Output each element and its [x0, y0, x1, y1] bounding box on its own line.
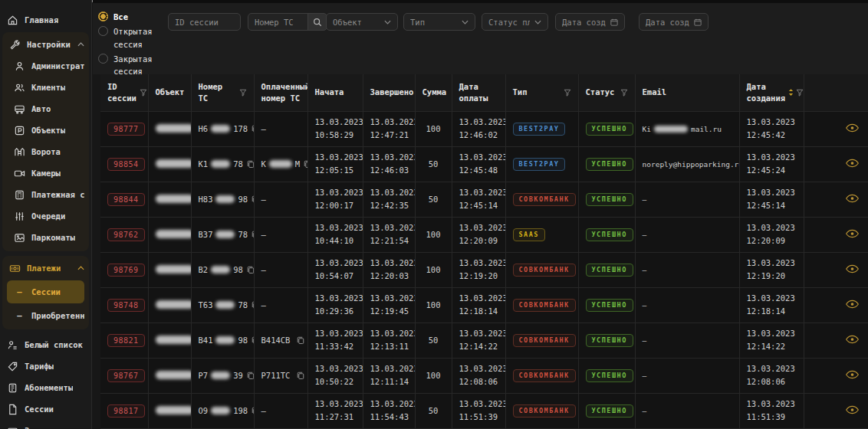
- copy-icon[interactable]: [251, 230, 254, 239]
- subscription-icon: [7, 382, 18, 394]
- copy-icon[interactable]: [303, 159, 307, 169]
- sidebar-item-payments[interactable]: Платежи: [2, 257, 89, 279]
- header-created[interactable]: Дата создания: [739, 74, 804, 111]
- sidebar-item-home[interactable]: Главная: [0, 9, 91, 31]
- redacted-plate: [215, 301, 235, 309]
- header-type[interactable]: Тип: [505, 74, 578, 111]
- redacted-object: [156, 195, 192, 203]
- amount: 100: [426, 230, 441, 239]
- filter-icon[interactable]: [140, 89, 147, 97]
- paid-datetime: 13.03.202312:18:14: [459, 292, 498, 318]
- sidebar-item-sessions[interactable]: Сессии: [0, 398, 91, 420]
- paid-datetime: 13.03.202312:45:14: [459, 186, 498, 212]
- finished-datetime: 13.03.202312:20:03: [370, 257, 408, 283]
- sidebar-item-purchased[interactable]: — Приобретенны…: [2, 305, 89, 326]
- copy-icon[interactable]: [246, 371, 254, 380]
- radio-selected-icon: [98, 11, 108, 21]
- filter-icon[interactable]: [796, 89, 804, 97]
- sidebar-item-whitelist[interactable]: Белый список: [0, 334, 91, 355]
- header-finished: Завершено: [363, 74, 415, 111]
- view-details-eye-icon[interactable]: [846, 370, 859, 379]
- header-object: Объект: [148, 74, 191, 111]
- view-details-eye-icon[interactable]: [846, 123, 859, 133]
- date-to-picker[interactable]: Дата создани…: [639, 13, 709, 31]
- copy-icon[interactable]: [296, 336, 305, 345]
- status-badge: УСПЕШНО: [586, 228, 633, 241]
- dash-icon: —: [14, 310, 25, 322]
- copy-icon[interactable]: [246, 159, 254, 169]
- view-details-eye-icon[interactable]: [846, 159, 859, 168]
- amount: 50: [429, 159, 439, 169]
- sidebar-item-objects[interactable]: Объекты: [2, 120, 89, 141]
- created-datetime: 13.03.202312:20:09: [747, 221, 797, 247]
- car-icon: [14, 103, 25, 115]
- date-from-picker[interactable]: Дата создани…: [555, 13, 625, 31]
- session-id-badge: 98821: [107, 334, 145, 347]
- document-icon: [7, 404, 18, 415]
- sidebar-item-payment-sessions[interactable]: — Сессии: [7, 280, 84, 303]
- sidebar-item-administrators[interactable]: Администрато…: [2, 55, 89, 77]
- copy-icon[interactable]: [296, 371, 305, 380]
- redacted-plate: [215, 231, 235, 238]
- type-select[interactable]: Тип: [403, 13, 475, 31]
- chevron-down-icon: [384, 20, 391, 25]
- radio-all[interactable]: Все: [98, 11, 164, 23]
- redacted-object: [156, 300, 192, 309]
- sidebar-item-clients[interactable]: Клиенты: [2, 77, 89, 98]
- parking-icon: [14, 125, 25, 136]
- status-badge: УСПЕШНО: [586, 264, 633, 277]
- view-details-eye-icon[interactable]: [846, 335, 859, 344]
- payment-status-select[interactable]: Статус плате…: [482, 13, 548, 31]
- payment-type-badge: СОВКОМБАНК: [513, 193, 576, 206]
- status-badge: УСПЕШНО: [586, 369, 633, 382]
- sidebar-item-subscriptions[interactable]: Абонементы: [0, 377, 91, 398]
- copy-icon[interactable]: [251, 406, 254, 415]
- header-session-id[interactable]: ID сессии: [100, 74, 148, 111]
- sort-icon[interactable]: [788, 88, 794, 97]
- sidebar-item-payment-system[interactable]: Платежная си…: [2, 184, 89, 205]
- view-details-eye-icon[interactable]: [846, 405, 859, 414]
- payment-terminal-icon: [14, 189, 25, 201]
- filter-icon[interactable]: [239, 89, 247, 97]
- sidebar-item-records[interactable]: Записи: [0, 420, 91, 429]
- copy-icon[interactable]: [251, 300, 254, 309]
- radio-open-session[interactable]: Открытая сессия: [98, 25, 164, 51]
- created-datetime: 13.03.202312:14:22: [747, 327, 797, 353]
- sidebar-item-gates[interactable]: Ворота: [2, 141, 89, 162]
- session-id-badge: 98762: [107, 228, 145, 241]
- amount: 100: [426, 265, 441, 274]
- copy-icon[interactable]: [246, 265, 254, 274]
- session-state-radio-group: Все Открытая сессия Закрытая сессия: [98, 11, 164, 77]
- sidebar-item-cameras[interactable]: Камеры: [2, 162, 89, 184]
- copy-icon[interactable]: [251, 195, 254, 204]
- started-datetime: 13.03.202312:05:15: [315, 151, 356, 177]
- sidebar-item-queues[interactable]: Очереди: [2, 205, 89, 227]
- paid-datetime: 13.03.202312:45:48: [459, 151, 498, 177]
- sidebar-item-tariffs[interactable]: Тарифы: [0, 355, 91, 377]
- sidebar-item-cars[interactable]: Авто: [2, 98, 89, 120]
- session-id-input[interactable]: [175, 18, 234, 27]
- amount: 50: [429, 195, 439, 204]
- created-datetime: 13.03.202312:19:20: [747, 257, 797, 283]
- sidebar-item-settings[interactable]: Настройки: [2, 34, 89, 55]
- chevron-up-icon: [77, 266, 84, 270]
- paid-datetime: 13.03.202311:51:39: [459, 398, 498, 424]
- view-details-eye-icon[interactable]: [846, 194, 859, 203]
- view-details-eye-icon[interactable]: [846, 264, 859, 273]
- copy-icon[interactable]: [251, 336, 254, 345]
- object-select[interactable]: Объект: [326, 13, 398, 31]
- search-icon[interactable]: [307, 13, 327, 31]
- paid-datetime: 13.03.202312:08:06: [459, 362, 498, 388]
- filter-icon[interactable]: [620, 89, 628, 97]
- header-status[interactable]: Статус: [578, 74, 635, 111]
- table-row: 98769 1 B298 – 13.03.202310:54:07 13.03.…: [100, 252, 868, 287]
- view-details-eye-icon[interactable]: [846, 300, 859, 309]
- plate-input[interactable]: [255, 18, 303, 27]
- sidebar-item-parkomats[interactable]: Паркоматы: [2, 227, 89, 248]
- table-row: 98844 1 H8398 – 13.03.202312:00:17 13.03…: [100, 182, 868, 217]
- header-plate[interactable]: Номер ТС: [191, 74, 254, 111]
- paid-datetime: 13.03.202312:46:02: [459, 116, 498, 142]
- view-details-eye-icon[interactable]: [846, 229, 859, 238]
- copy-icon[interactable]: [251, 124, 254, 133]
- filter-icon[interactable]: [564, 89, 571, 97]
